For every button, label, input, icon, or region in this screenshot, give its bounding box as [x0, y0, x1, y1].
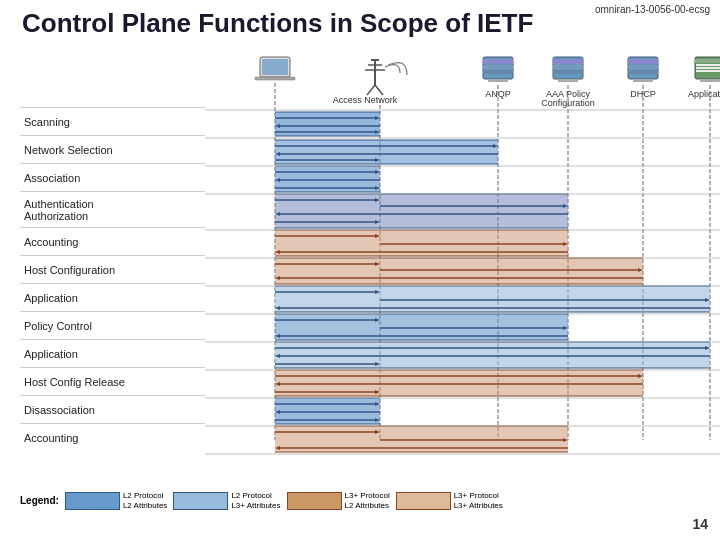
legend-box-1 [65, 492, 120, 510]
legend-text-4: L3+ ProtocolL3+ Attributes [454, 491, 503, 510]
labels-column: Scanning Network Selection Association A… [20, 45, 205, 489]
svg-rect-22 [628, 70, 658, 74]
row-auth: AuthenticationAuthorization [20, 191, 205, 227]
svg-rect-25 [695, 59, 720, 63]
legend-item-1: L2 ProtocolL2 Attributes [65, 491, 167, 510]
anqp-icon [483, 57, 513, 82]
legend-item-3: L3+ ProtocolL2 Attributes [287, 491, 390, 510]
legend-item-4: L3+ ProtocolL3+ Attributes [396, 491, 503, 510]
row-accounting2: Accounting [20, 423, 205, 451]
laptop-icon [255, 57, 295, 80]
org-label: omniran-13-0056-00-ecsg [595, 4, 710, 15]
svg-line-8 [375, 85, 383, 95]
row-network-selection: Network Selection [20, 135, 205, 163]
svg-rect-26 [696, 64, 720, 66]
svg-rect-10 [483, 59, 513, 64]
page: omniran-13-0056-00-ecsg Control Plane Fu… [0, 0, 720, 540]
svg-rect-20 [628, 59, 658, 64]
legend-box-3 [287, 492, 342, 510]
row-scanning: Scanning [20, 107, 205, 135]
dhcp-icon [628, 57, 658, 82]
diagram-container: Scanning Network Selection Association A… [20, 45, 708, 489]
svg-rect-28 [696, 70, 720, 72]
svg-rect-18 [558, 79, 578, 82]
svg-rect-16 [553, 65, 583, 69]
svg-rect-21 [628, 65, 658, 69]
svg-line-7 [367, 85, 375, 95]
row-host-config: Host Configuration [20, 255, 205, 283]
sequence-diagram: Access Network ANQP [205, 45, 720, 489]
svg-rect-13 [488, 79, 508, 82]
row-application2: Application [20, 339, 205, 367]
legend-item-2: L2 ProtocolL3+ Attributes [173, 491, 280, 510]
row-host-config-release: Host Config Release [20, 367, 205, 395]
legend-text-1: L2 ProtocolL2 Attributes [123, 491, 167, 510]
hostcfg-band [275, 258, 643, 284]
svg-rect-11 [483, 65, 513, 69]
legend-text-2: L2 ProtocolL3+ Attributes [231, 491, 280, 510]
legend-box-4 [396, 492, 451, 510]
svg-rect-2 [262, 59, 288, 75]
access-network-label: Access Network [333, 95, 398, 105]
legend-label: Legend: [20, 495, 59, 506]
page-number: 14 [692, 516, 708, 532]
svg-rect-27 [696, 67, 720, 69]
tower-icon [365, 60, 407, 95]
legend: Legend: L2 ProtocolL2 Attributes L2 Prot… [20, 491, 708, 510]
svg-rect-23 [633, 79, 653, 82]
svg-rect-17 [553, 70, 583, 74]
row-application1: Application [20, 283, 205, 311]
row-accounting1: Accounting [20, 227, 205, 255]
svg-rect-1 [255, 77, 295, 80]
legend-box-2 [173, 492, 228, 510]
app-icon [695, 57, 720, 82]
svg-rect-15 [553, 59, 583, 64]
row-policy-control: Policy Control [20, 311, 205, 339]
application-icon-label: Application [688, 89, 720, 99]
svg-rect-29 [700, 79, 720, 82]
label-spacer [20, 45, 205, 107]
aaa-icon [553, 57, 583, 82]
auth-band [275, 194, 568, 228]
svg-rect-12 [483, 70, 513, 74]
row-disassociation: Disassociation [20, 395, 205, 423]
row-association: Association [20, 163, 205, 191]
legend-text-3: L3+ ProtocolL2 Attributes [345, 491, 390, 510]
diagram-svg: Access Network ANQP [205, 45, 720, 485]
